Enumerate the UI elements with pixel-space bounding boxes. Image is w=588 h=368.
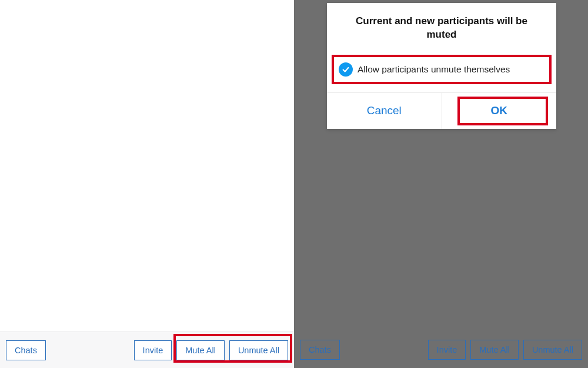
unmute-all-button[interactable]: Unmute All (523, 340, 582, 360)
checkmark-icon (339, 62, 353, 77)
invite-button[interactable]: Invite (134, 340, 172, 360)
highlight-ok-button (457, 97, 549, 125)
left-panel: Chats Invite Mute All Unmute All (0, 0, 294, 368)
participants-toolbar-left: Chats Invite Mute All Unmute All (0, 331, 294, 368)
mute-all-button[interactable]: Mute All (470, 340, 519, 360)
dialog-actions: Cancel OK (327, 92, 556, 129)
dialog-title: Current and new participants will be mut… (327, 3, 556, 51)
cancel-label: Cancel (367, 104, 402, 117)
cancel-button[interactable]: Cancel (327, 93, 442, 129)
unmute-all-button[interactable]: Unmute All (229, 340, 288, 360)
invite-button[interactable]: Invite (428, 340, 466, 360)
participants-toolbar-right: Chats Invite Mute All Unmute All (294, 331, 588, 368)
right-panel: Chats Invite Mute All Unmute All Current… (294, 0, 588, 368)
chats-button[interactable]: Chats (6, 340, 46, 360)
chats-button[interactable]: Chats (300, 340, 340, 360)
mute-all-dialog: Current and new participants will be mut… (327, 3, 556, 129)
ok-button[interactable]: OK (442, 93, 557, 129)
allow-unmute-label: Allow participants unmute themselves (358, 64, 510, 75)
allow-unmute-option[interactable]: Allow participants unmute themselves (332, 55, 552, 84)
mute-all-button[interactable]: Mute All (176, 340, 225, 360)
